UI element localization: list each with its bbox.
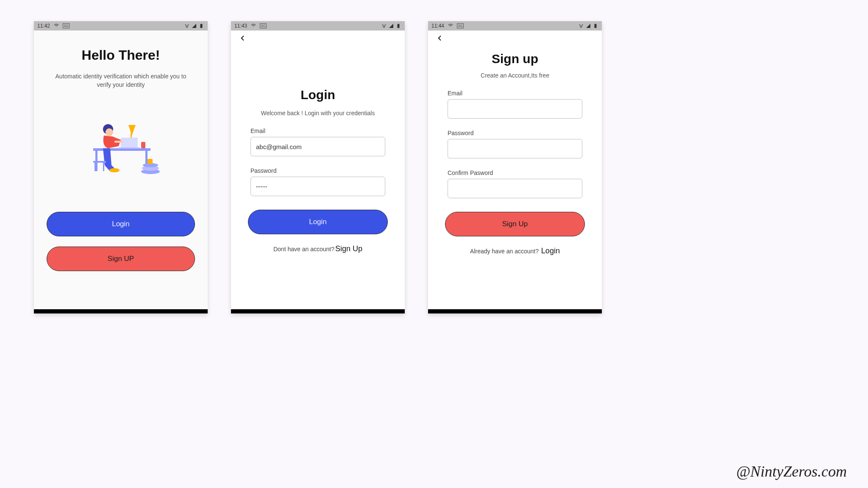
status-time: 11:43: [234, 23, 247, 29]
back-button[interactable]: [428, 30, 602, 43]
signal-icon: [191, 23, 197, 28]
battery-icon: [593, 23, 598, 28]
confirm-password-label: Confirm Pasword: [448, 169, 582, 176]
signup-link[interactable]: Sign Up: [335, 244, 362, 253]
svg-rect-9: [114, 141, 123, 143]
wifi-icon: [448, 23, 453, 28]
chevron-left-icon: [437, 35, 443, 42]
svg-rect-11: [93, 161, 106, 163]
network-icon: 3G: [457, 23, 464, 28]
signup-title: Sign up: [445, 52, 585, 66]
battery-icon: [395, 23, 401, 28]
wifi-icon: [250, 23, 256, 28]
login-button[interactable]: Login: [47, 212, 195, 236]
welcome-title: Hello There!: [46, 47, 196, 63]
welcome-illustration: [78, 106, 163, 184]
svg-rect-6: [141, 142, 145, 148]
back-button[interactable]: [231, 30, 405, 43]
svg-rect-12: [95, 163, 96, 171]
signup-screen: 11:44 3G Sign up Create an Account,Its f…: [428, 21, 602, 313]
login-footer: Dont have an account?Sign Up: [248, 244, 388, 253]
android-nav-bar: [428, 309, 602, 313]
volte-icon: [578, 23, 584, 28]
svg-rect-5: [119, 147, 140, 149]
wifi-icon: [53, 23, 59, 28]
volte-icon: [381, 23, 387, 28]
status-time: 11:44: [431, 23, 444, 29]
volte-icon: [184, 23, 190, 28]
signal-icon: [585, 23, 591, 28]
login-screen: 11:43 3G Login Welcome back ! Login with…: [231, 21, 405, 313]
login-subtitle: Welcome back ! Login with your credentia…: [248, 110, 388, 116]
password-label: Password: [250, 167, 385, 174]
welcome-screen: 11:42 3G Hello There! Automatic identity…: [34, 21, 208, 313]
password-label: Password: [448, 130, 582, 136]
signup-submit-button[interactable]: Sign Up: [445, 212, 585, 236]
email-field[interactable]: [448, 99, 582, 119]
network-icon: 3G: [63, 23, 70, 28]
password-field[interactable]: [448, 139, 582, 158]
status-bar: 11:44 3G: [428, 21, 602, 30]
login-submit-button[interactable]: Login: [248, 210, 388, 234]
battery-icon: [198, 23, 204, 28]
svg-point-8: [106, 128, 113, 136]
email-label: Email: [448, 90, 582, 97]
login-link[interactable]: Login: [541, 247, 560, 255]
watermark: @NintyZeros.com: [736, 463, 847, 480]
signal-icon: [388, 23, 394, 28]
status-bar: 11:43 3G: [231, 21, 405, 30]
android-nav-bar: [231, 309, 405, 313]
svg-rect-17: [147, 159, 153, 164]
login-title: Login: [248, 88, 388, 102]
signup-subtitle: Create an Account,Its free: [445, 72, 585, 79]
svg-rect-4: [121, 138, 138, 148]
email-field[interactable]: [250, 137, 385, 156]
password-field[interactable]: [250, 177, 385, 196]
signup-footer: Already have an account? Login: [445, 247, 585, 255]
signup-button[interactable]: Sign UP: [47, 247, 195, 271]
svg-point-10: [109, 168, 120, 172]
email-label: Email: [250, 128, 385, 134]
confirm-password-field[interactable]: [448, 179, 582, 198]
status-bar: 11:42 3G: [34, 21, 208, 30]
chevron-left-icon: [239, 35, 246, 42]
status-time: 11:42: [37, 23, 50, 29]
svg-rect-13: [103, 163, 104, 171]
network-icon: 3G: [260, 23, 267, 28]
welcome-subtitle: Automatic identity verification which en…: [49, 72, 192, 89]
android-nav-bar: [34, 309, 208, 313]
